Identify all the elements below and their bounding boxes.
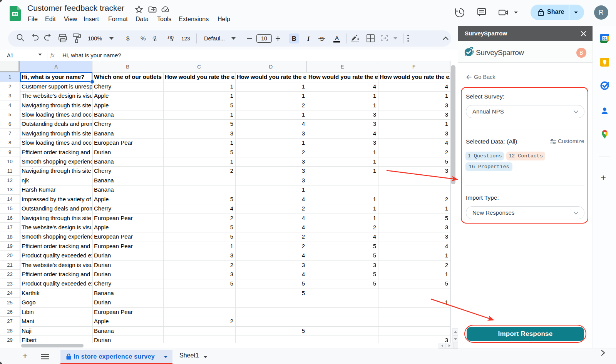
svg-text:31: 31 [603, 37, 606, 40]
svg-text:A: A [335, 35, 339, 41]
svg-text:I: I [307, 35, 310, 42]
svg-text:123: 123 [181, 36, 190, 42]
svg-text:Defaul...: Defaul... [204, 35, 225, 42]
svg-text:%: % [141, 35, 146, 42]
svg-text:100%: 100% [88, 35, 102, 42]
svg-text:$: $ [126, 35, 130, 42]
svg-text:B: B [292, 35, 296, 42]
